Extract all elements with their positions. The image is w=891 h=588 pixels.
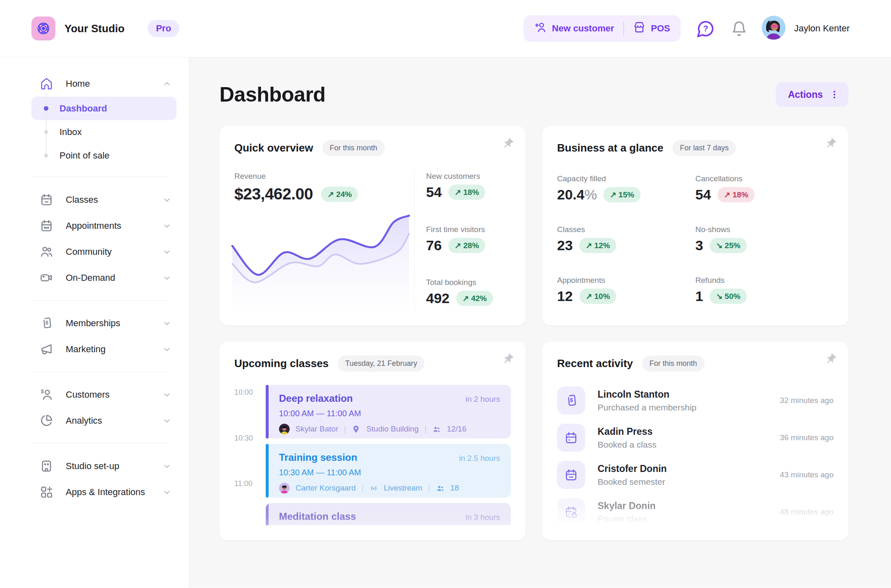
stat-total-bookings: Total bookings 492 ↗ 42% <box>426 278 511 306</box>
sidebar-item-customers[interactable]: $ Customers <box>0 382 189 408</box>
quick-overview-stats: New customers 54 ↗ 18% First time visito… <box>414 172 511 311</box>
pin-icon <box>502 353 514 365</box>
delta-badge: ↘ 50% <box>710 289 746 304</box>
chevron-down-icon <box>162 318 172 329</box>
time-label: 11:00 <box>234 479 266 525</box>
sidebar-item-home[interactable]: Home <box>0 71 189 97</box>
business-at-a-glance-card: Business at a glance For last 7 days Cap… <box>542 126 848 325</box>
activity-action: Booked semester <box>598 477 667 487</box>
stat-refunds: Refunds 1 ↘ 50% <box>696 276 834 304</box>
sidebar-item-community[interactable]: Community <box>0 239 189 265</box>
plan-badge: Pro <box>148 20 179 37</box>
pie-chart-icon <box>40 414 53 427</box>
pill-divider <box>623 21 624 36</box>
activity-row: $ Lincoln Stanton Purchased a membership… <box>557 386 834 415</box>
brand: Your Studio Pro <box>31 17 179 40</box>
dot <box>44 130 48 134</box>
dot <box>44 153 48 158</box>
attendees-icon <box>436 484 445 493</box>
attendees-icon <box>432 425 441 434</box>
sidebar-item-apps-integrations[interactable]: Apps & Integrations <box>0 479 189 505</box>
active-dot <box>44 106 48 111</box>
chevron-down-icon <box>162 273 172 283</box>
class-item-training-session[interactable]: Training session in 2.5 hours 10:30 AM —… <box>266 444 511 498</box>
sidebar-item-appointments[interactable]: Appointments <box>0 213 189 239</box>
bell-icon <box>734 22 745 32</box>
activity-action: Booked a class <box>598 440 656 450</box>
sidebar-item-memberships[interactable]: $ Memberships <box>0 310 189 336</box>
main-content: Dashboard Actions Quick overview For thi… <box>189 57 891 588</box>
time-label: 10:00 <box>234 388 266 434</box>
sidebar-divider <box>31 372 169 372</box>
class-eta: in 2.5 hours <box>459 454 500 463</box>
svg-text:?: ? <box>703 23 709 33</box>
card-title: Recent activity <box>557 357 633 370</box>
class-location: Studio Building <box>366 424 419 434</box>
topbar-actions: New customer POS ? <box>524 15 850 42</box>
stat-cancellations: Cancellations 54 ↗ 18% <box>696 174 834 203</box>
sidebar-divider <box>31 443 169 443</box>
pin-icon <box>824 353 837 365</box>
kebab-menu-icon <box>829 90 839 100</box>
stat-capacity-filled: Capacity filled 20.4% ↗ 15% <box>557 174 696 203</box>
pin-button[interactable] <box>502 353 514 365</box>
revenue-value: $23,462.00 <box>234 185 313 203</box>
timeline-labels: 10:00 10:30 11:00 <box>234 385 266 525</box>
user-dollar-icon: $ <box>40 388 53 401</box>
activity-name: Lincoln Stanton <box>598 389 696 400</box>
pin-button[interactable] <box>502 138 514 150</box>
pin-button[interactable] <box>824 138 837 150</box>
sidebar-divider <box>31 300 169 301</box>
revenue-delta-badge: ↗ 24% <box>321 187 358 202</box>
location-pin-icon <box>352 425 360 434</box>
chevron-down-icon <box>162 344 172 355</box>
studio-logo-icon[interactable] <box>31 17 55 40</box>
pos-button[interactable]: POS <box>626 21 677 36</box>
class-location: Livestream <box>384 484 422 493</box>
calendar-icon <box>557 424 585 452</box>
sidebar-item-studio-set-up[interactable]: Studio set-up <box>0 453 189 479</box>
activity-action: Purchased a membership <box>598 403 696 413</box>
sidebar-item-inbox[interactable]: Inbox <box>31 120 176 144</box>
sidebar-divider <box>31 177 169 177</box>
sidebar-item-dashboard[interactable]: Dashboard <box>31 97 176 120</box>
activity-name: Kadin Press <box>598 426 656 437</box>
calendar-dots-icon <box>40 219 53 232</box>
actions-button[interactable]: Actions <box>776 82 848 107</box>
activity-time: 43 minutes ago <box>780 470 834 479</box>
page-title: Dashboard <box>219 83 326 107</box>
card-title: Business at a glance <box>557 142 663 154</box>
sidebar-item-analytics[interactable]: Analytics <box>0 408 189 434</box>
notifications-button[interactable] <box>731 20 748 37</box>
sidebar-item-marketing[interactable]: Marketing <box>0 336 189 362</box>
submenu-rail <box>46 92 47 159</box>
user-menu[interactable]: Jaylon Kenter <box>762 16 850 41</box>
calendar-minus-icon <box>557 461 585 489</box>
pin-button[interactable] <box>824 353 837 365</box>
class-attendance: 12/16 <box>447 424 467 434</box>
sidebar-item-on-demand[interactable]: On-Demand <box>0 265 189 291</box>
instructor-avatar <box>279 483 290 493</box>
sidebar-item-point-of-sale[interactable]: Point of sale <box>31 144 176 167</box>
delta-badge: ↗ 18% <box>448 185 485 200</box>
delta-badge: ↘ 25% <box>710 238 746 253</box>
sidebar-item-classes[interactable]: Classes <box>0 187 189 213</box>
delta-badge: ↗ 42% <box>456 291 493 306</box>
new-customer-button[interactable]: New customer <box>527 21 622 36</box>
activity-name: Skylar Donin <box>598 500 656 512</box>
svg-text:$: $ <box>569 397 573 403</box>
user-name: Jaylon Kenter <box>794 23 850 34</box>
apps-plus-icon <box>40 485 53 499</box>
class-eta: in 2 hours <box>466 395 500 404</box>
chevron-down-icon <box>162 220 172 231</box>
instructor-name: Skylar Bator <box>295 424 338 434</box>
stat-classes: Classes 23 ↗ 12% <box>557 225 696 254</box>
class-item-deep-relaxation[interactable]: Deep relaxation in 2 hours 10:00 AM — 11… <box>266 385 511 439</box>
studio-name: Your Studio <box>64 22 124 35</box>
class-time-range: 10:30 AM — 11:00 AM <box>279 468 500 477</box>
chevron-up-icon <box>162 78 172 89</box>
period-badge: For last 7 days <box>672 140 736 156</box>
stat-appointments: Appointments 12 ↗ 10% <box>557 276 696 304</box>
help-button[interactable]: ? <box>696 19 715 38</box>
class-item-meditation-class[interactable]: Meditation class in 3 hours 11:00 AM — 1… <box>266 503 511 525</box>
